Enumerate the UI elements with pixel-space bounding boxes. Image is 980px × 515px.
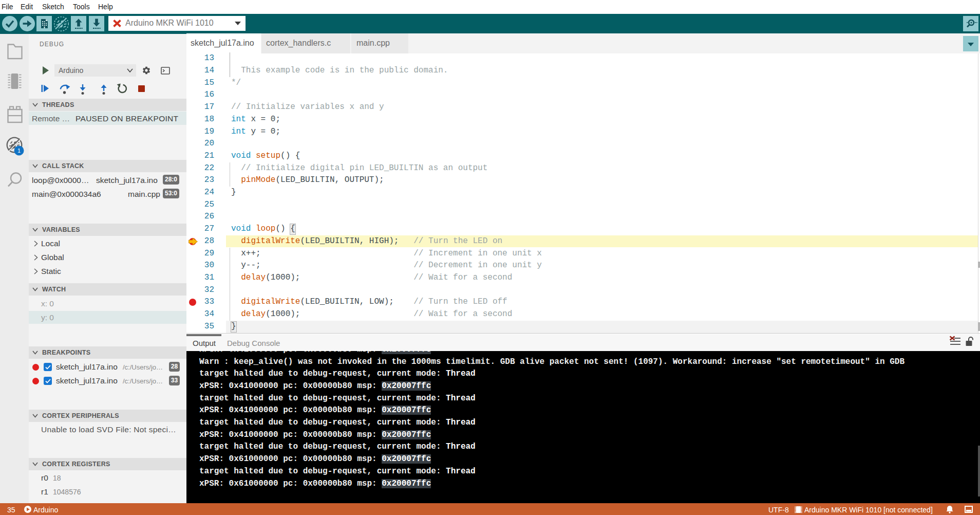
- svg-text:1: 1: [17, 148, 21, 154]
